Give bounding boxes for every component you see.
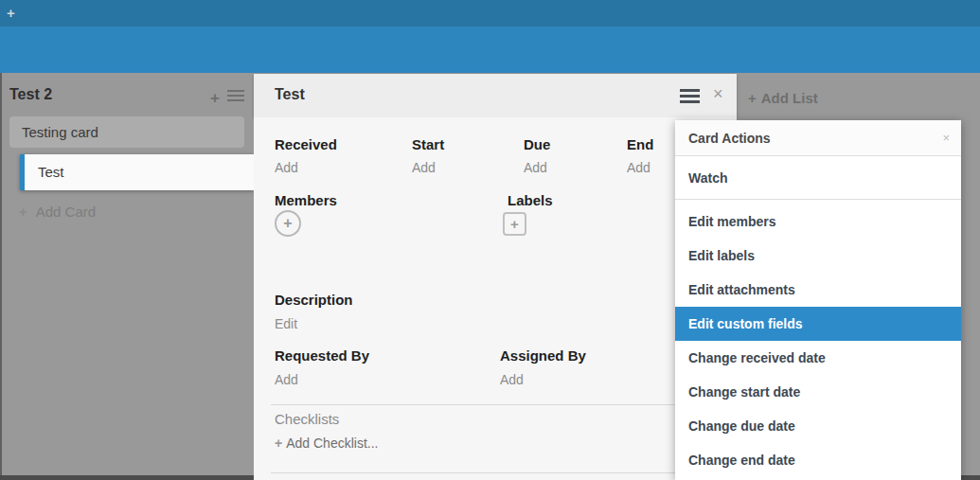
list-card-test-selected[interactable]: Test — [20, 154, 254, 190]
assigned-by-add-link[interactable]: Add — [500, 372, 524, 387]
description-edit-link[interactable]: Edit — [275, 316, 297, 331]
add-card-plus-icon: + — [19, 204, 27, 220]
description-label: Description — [275, 292, 353, 308]
card-actions-popup-header: Card Actions × — [675, 120, 961, 156]
add-card-button[interactable]: +Add Card — [19, 204, 96, 220]
add-checklist-plus-icon: + — [275, 436, 282, 451]
navbar-add-icon[interactable]: + — [7, 5, 15, 22]
field-start-add-link[interactable]: Add — [412, 160, 436, 175]
field-due-label: Due — [524, 136, 550, 152]
add-checklist-link[interactable]: +Add Checklist... — [275, 436, 378, 451]
add-list-button[interactable]: +Add List — [748, 90, 818, 106]
menu-item-change-start-date[interactable]: Change start date — [675, 375, 961, 409]
add-list-label: Add List — [761, 90, 818, 106]
list-header: Test 2 + — [9, 86, 246, 107]
card-actions-popup-close-icon[interactable]: × — [942, 131, 950, 145]
menu-item-change-received-date[interactable]: Change received date — [675, 341, 961, 375]
board-left-edge — [0, 73, 2, 480]
checklists-divider-top — [271, 404, 676, 405]
menu-item-edit-attachments[interactable]: Edit attachments — [675, 273, 961, 307]
top-navbar: + — [0, 0, 980, 27]
field-due-add-link[interactable]: Add — [524, 160, 547, 175]
card-actions-popup-title: Card Actions — [688, 131, 771, 146]
list-card-testing-card[interactable]: Testing card — [9, 116, 244, 148]
field-received-add-link[interactable]: Add — [275, 160, 298, 175]
add-member-button[interactable]: + — [275, 210, 301, 237]
list-add-icon[interactable]: + — [210, 89, 220, 107]
list-title: Test 2 — [9, 86, 52, 102]
card-detail-menu-icon[interactable] — [680, 89, 700, 106]
add-list-plus-icon: + — [748, 90, 757, 106]
menu-item-edit-members[interactable]: Edit members — [675, 204, 961, 239]
menu-item-watch[interactable]: Watch — [675, 156, 961, 200]
field-end-add-link[interactable]: Add — [627, 160, 650, 175]
requested-by-add-link[interactable]: Add — [275, 372, 298, 387]
requested-by-label: Requested By — [275, 347, 369, 364]
card-detail-header: Test × — [254, 74, 737, 117]
members-label: Members — [275, 192, 337, 208]
field-end-label: End — [627, 136, 653, 152]
menu-item-change-due-date[interactable]: Change due date — [675, 409, 961, 443]
field-received-label: Received — [275, 136, 337, 152]
card-detail-title: Test — [275, 86, 305, 103]
card-detail-body: Received Start Due End Add Add Add Add M… — [254, 117, 737, 480]
list-menu-icon[interactable] — [227, 87, 244, 104]
menu-item-edit-custom-fields[interactable]: Edit custom fields — [675, 307, 961, 341]
checklists-label: Checklists — [275, 411, 339, 427]
field-start-label: Start — [412, 136, 444, 152]
board-header-bar — [0, 27, 980, 73]
menu-item-change-end-date[interactable]: Change end date — [675, 443, 961, 477]
labels-label: Labels — [508, 192, 553, 208]
card-actions-menu-items: Edit members Edit labels Edit attachment… — [675, 200, 961, 477]
card-actions-popup: Card Actions × Watch Edit members Edit l… — [675, 120, 961, 480]
checklists-divider-bottom — [271, 472, 676, 473]
add-label-button[interactable]: + — [503, 212, 526, 236]
add-card-label: Add Card — [36, 204, 96, 220]
menu-item-edit-labels[interactable]: Edit labels — [675, 239, 961, 273]
list-test2: Test 2 + Testing card Test +Add Card — [0, 73, 254, 480]
assigned-by-label: Assigned By — [500, 347, 586, 364]
add-checklist-label: Add Checklist... — [286, 436, 378, 451]
card-detail-close-icon[interactable]: × — [713, 84, 723, 104]
